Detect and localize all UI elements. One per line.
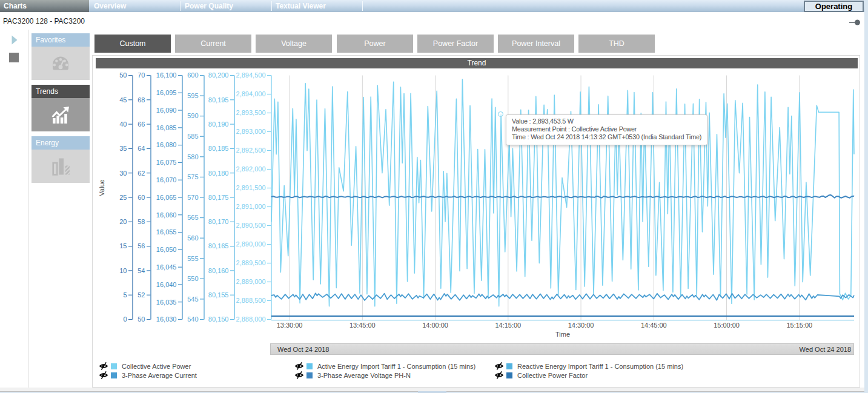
tab-custom[interactable]: Custom [94,35,171,53]
legend-swatch [306,372,313,378]
nav-separator [180,1,181,11]
sidebar-section-body [31,47,90,80]
sidebar-section-label: Trends [31,85,90,98]
tooltip: Value : 2,893,453.5 W Measurement Point … [506,114,707,145]
legend-item[interactable]: Reactive Energy Import Tariff 1 - Consum… [495,362,858,370]
tab-power-interval[interactable]: Power Interval [498,35,574,53]
visibility-eye-icon[interactable] [295,371,303,379]
nav-item-overview[interactable]: Overview [94,0,126,12]
legend-item[interactable]: 3-Phase Average Voltage PH-N [295,371,495,379]
sidebar-section-energy[interactable]: Energy [31,136,90,183]
gauge-icon [51,56,70,71]
tooltip-time: Time : Wed Oct 24 2018 14:13:32 GMT+0530… [512,133,701,141]
legend-swatch [111,372,117,378]
chart-legend: Collective Active Power Active Energy Im… [99,362,858,379]
legend-label: 3-Phase Average Current [122,372,197,379]
chart-panel [92,55,860,388]
range-end-date: Wed Oct 24 2018 [800,346,851,353]
sidebar-section-favorites[interactable]: Favorites [31,33,90,80]
hover-point-marker [498,111,503,117]
legend-label: Active Energy Import Tariff 1 - Consumpt… [317,363,475,370]
top-navigation-bar: Charts Overview Power Quality Textual Vi… [0,0,868,12]
breadcrumb: PAC3200 128 - PAC3200 [3,17,85,25]
breadcrumb-row: PAC3200 128 - PAC3200 [0,12,864,30]
visibility-eye-icon[interactable] [495,362,503,370]
visibility-eye-icon[interactable] [495,371,503,379]
legend-label: Collective Power Factor [517,372,588,379]
pin-icon[interactable] [849,19,861,25]
chart-title-bar: Trend [96,58,858,68]
trend-up-icon [51,107,70,124]
legend-item[interactable]: Collective Power Factor [495,371,858,379]
sidebar: Favorites Trends Energy [31,33,90,188]
legend-label: 3-Phase Average Voltage PH-N [317,372,411,379]
tab-voltage[interactable]: Voltage [256,35,332,53]
legend-swatch [506,372,512,378]
visibility-eye-icon[interactable] [99,362,108,370]
legend-label: Reactive Energy Import Tariff 1 - Consum… [517,363,683,370]
legend-swatch [111,363,117,369]
tab-power-factor[interactable]: Power Factor [417,35,494,53]
sidebar-section-body [31,150,90,183]
tab-power[interactable]: Power [337,35,413,53]
legend-item[interactable]: Active Energy Import Tariff 1 - Consumpt… [295,362,495,370]
time-range-scrollbar[interactable]: Wed Oct 24 2018 Wed Oct 24 2018 [270,343,854,355]
legend-item[interactable]: 3-Phase Average Current [99,371,295,379]
legend-swatch [306,363,313,369]
sidebar-section-body [31,98,90,131]
nav-separator [362,1,363,11]
sidebar-section-trends[interactable]: Trends [31,85,90,131]
application-window: Charts Overview Power Quality Textual Vi… [0,0,868,393]
nav-item-textual-viewer[interactable]: Textual Viewer [276,0,326,12]
tab-thd[interactable]: THD [578,35,655,53]
legend-label: Collective Active Power [122,363,191,370]
stop-square-icon[interactable] [9,53,19,62]
visibility-eye-icon[interactable] [99,371,108,379]
legend-swatch [506,363,512,369]
nav-item-power-quality[interactable]: Power Quality [185,0,233,12]
sidebar-section-label: Energy [31,136,90,150]
nav-tab-charts[interactable]: Charts [0,0,89,12]
nav-separator [271,1,272,11]
operating-mode-button[interactable]: Operating [804,1,864,12]
tooltip-value: Value : 2,893,453.5 W [512,117,701,125]
sidebar-section-label: Favorites [31,33,90,47]
visibility-eye-icon[interactable] [295,362,303,370]
range-start-date: Wed Oct 24 2018 [277,346,329,353]
tab-current[interactable]: Current [175,35,251,53]
energy-bars-icon [51,157,70,176]
legend-item[interactable]: Collective Active Power [99,362,295,370]
window-edge-right [864,0,868,393]
tooltip-measurement-point: Measurement Point : Collective Active Po… [512,125,701,133]
left-icon-strip [0,30,28,388]
expand-panel-icon[interactable] [12,35,18,45]
